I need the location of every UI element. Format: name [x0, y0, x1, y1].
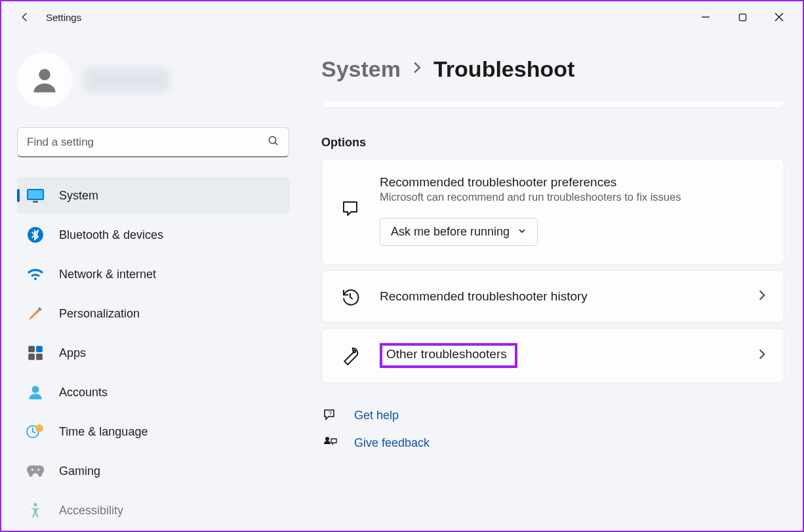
close-button[interactable] — [761, 4, 797, 30]
svg-rect-14 — [36, 354, 43, 360]
paintbrush-icon — [26, 304, 45, 323]
card-other-troubleshooters[interactable]: Other troubleshooters — [321, 328, 784, 383]
svg-point-17 — [35, 424, 43, 432]
nav-item-network[interactable]: Network & internet — [17, 256, 290, 293]
chevron-right-icon — [757, 289, 767, 304]
card-title: Other troubleshooters — [386, 347, 507, 361]
nav-item-gaming[interactable]: Gaming — [17, 453, 290, 489]
chat-bubble-icon — [339, 197, 361, 220]
svg-point-5 — [269, 136, 276, 144]
svg-rect-12 — [36, 346, 43, 352]
history-icon — [339, 285, 361, 308]
nav-label: Network & internet — [59, 268, 156, 281]
nav-item-personalization[interactable]: Personalization — [17, 295, 290, 332]
window-title: Settings — [46, 12, 81, 23]
svg-point-15 — [32, 386, 39, 393]
svg-point-4 — [39, 69, 50, 81]
nav-item-accessibility[interactable]: Accessibility — [17, 492, 290, 529]
card-troubleshooter-history[interactable]: Recommended troubleshooter history — [321, 270, 784, 323]
chevron-down-icon — [517, 225, 527, 239]
back-button[interactable] — [12, 4, 38, 30]
main-content: System Troubleshoot Options Recommended … — [303, 33, 803, 531]
profile-section[interactable] — [17, 52, 290, 108]
titlebar: Settings — [1, 1, 803, 33]
svg-point-20 — [33, 503, 37, 506]
card-title: Recommended troubleshooter preferences — [380, 175, 767, 190]
dropdown-value: Ask me before running — [391, 225, 510, 239]
nav-label: System — [59, 189, 98, 203]
nav-label: Apps — [59, 346, 86, 360]
collapsed-panel-edge — [321, 102, 784, 108]
svg-rect-13 — [28, 354, 35, 360]
window-controls — [687, 4, 797, 30]
breadcrumb-parent[interactable]: System — [321, 56, 401, 82]
svg-point-18 — [31, 469, 33, 471]
svg-point-19 — [37, 469, 39, 471]
gamepad-icon — [26, 462, 45, 480]
nav-item-system[interactable]: System — [17, 177, 290, 214]
help-icon: ? — [321, 407, 338, 424]
maximize-button[interactable] — [724, 4, 761, 30]
svg-point-23 — [325, 437, 329, 441]
search-box[interactable] — [17, 127, 289, 157]
nav-label: Gaming — [59, 464, 100, 478]
svg-rect-9 — [33, 201, 38, 203]
preferences-dropdown[interactable]: Ask me before running — [380, 218, 538, 246]
chevron-right-icon — [412, 61, 422, 78]
person-icon — [26, 383, 45, 401]
card-troubleshooter-preferences: Recommended troubleshooter preferences M… — [321, 159, 784, 265]
svg-rect-1 — [739, 14, 746, 20]
feedback-icon — [321, 434, 338, 451]
minimize-button[interactable] — [687, 4, 724, 30]
nav-item-bluetooth[interactable]: Bluetooth & devices — [17, 216, 290, 253]
section-label: Options — [321, 136, 784, 150]
link-label: Give feedback — [354, 436, 430, 450]
accessibility-icon — [26, 501, 45, 520]
search-icon — [268, 135, 279, 150]
svg-text:?: ? — [329, 410, 332, 417]
search-input[interactable] — [27, 136, 268, 149]
bluetooth-icon — [26, 226, 45, 244]
link-label: Get help — [354, 409, 399, 422]
apps-icon — [26, 344, 45, 362]
nav-item-accounts[interactable]: Accounts — [17, 374, 290, 411]
sidebar: System Bluetooth & devices Network & int… — [1, 33, 303, 531]
card-subtitle: Microsoft can recommend and run troubles… — [380, 191, 767, 203]
wrench-icon — [339, 344, 361, 367]
annotation-highlight: Other troubleshooters — [380, 343, 517, 368]
avatar — [17, 52, 72, 108]
give-feedback-link[interactable]: Give feedback — [321, 434, 784, 451]
nav-item-apps[interactable]: Apps — [17, 335, 290, 371]
nav-label: Personalization — [59, 307, 140, 321]
nav-label: Bluetooth & devices — [59, 228, 163, 242]
svg-rect-8 — [28, 190, 43, 199]
nav-label: Accessibility — [59, 504, 123, 518]
clock-globe-icon — [26, 422, 45, 441]
card-title: Recommended troubleshooter history — [380, 289, 739, 304]
svg-point-10 — [28, 227, 43, 243]
breadcrumb-current: Troubleshoot — [433, 56, 574, 82]
profile-name-redacted — [84, 68, 169, 92]
breadcrumb: System Troubleshoot — [321, 56, 784, 82]
nav-item-time-language[interactable]: Time & language — [17, 413, 290, 450]
chevron-right-icon — [757, 348, 767, 363]
svg-rect-11 — [28, 346, 35, 352]
nav-list: System Bluetooth & devices Network & int… — [17, 177, 290, 529]
nav-label: Accounts — [59, 386, 108, 399]
svg-line-6 — [275, 142, 277, 145]
get-help-link[interactable]: ? Get help — [321, 407, 784, 424]
nav-label: Time & language — [59, 425, 148, 439]
wifi-icon — [26, 265, 45, 283]
display-icon — [26, 186, 45, 205]
